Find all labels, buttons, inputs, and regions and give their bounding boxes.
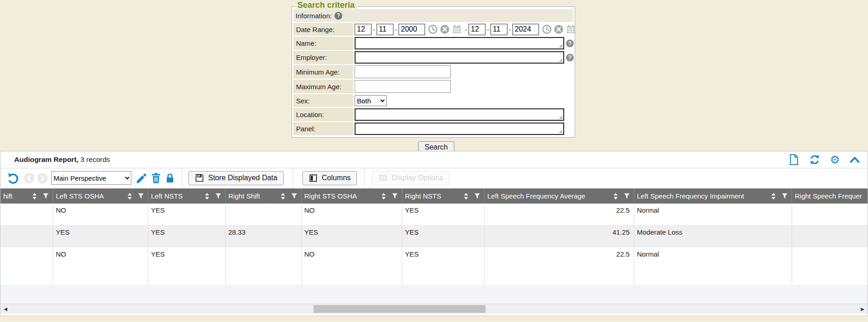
- date-range-row: Date Range: - - - - -: [293, 23, 573, 36]
- filter-icon[interactable]: [138, 193, 144, 199]
- name-row: Name: ?: [293, 37, 573, 50]
- calendar-icon[interactable]: [452, 24, 462, 34]
- column-header-left-nsts[interactable]: Left NSTS: [148, 188, 226, 204]
- refresh-button[interactable]: [809, 154, 821, 166]
- date-from-day-input[interactable]: [377, 24, 394, 35]
- minimum-age-label: Minimum Age:: [293, 65, 353, 79]
- table-empty-area: [0, 284, 868, 304]
- sort-icon[interactable]: [771, 193, 776, 200]
- collapse-panel-button[interactable]: [849, 156, 860, 164]
- name-label: Name:: [293, 37, 353, 50]
- table-header-row: hift Left STS OSHA Left NSTS Right Shift…: [0, 188, 868, 204]
- sex-select[interactable]: Both: [355, 95, 387, 106]
- filter-icon[interactable]: [474, 193, 480, 199]
- information-label: Information:: [296, 12, 332, 20]
- information-row: Information: ?: [293, 9, 573, 22]
- column-header-right-speech-frequency[interactable]: Right Speech Frequer: [792, 188, 868, 204]
- report-toolbar: Main Perspective Store Displayed Data Co…: [0, 168, 868, 188]
- store-displayed-data-button[interactable]: Store Displayed Data: [189, 171, 284, 185]
- maximum-age-label: Maximum Age:: [293, 80, 353, 93]
- filter-icon[interactable]: [43, 193, 49, 199]
- date-from-year-input[interactable]: [399, 24, 425, 35]
- panel-label: Panel:: [293, 122, 353, 135]
- save-icon: [195, 173, 204, 182]
- panel-row: Panel:: [293, 122, 573, 135]
- search-criteria-fieldset: Search criteria Information: ? Date Rang…: [291, 6, 575, 138]
- trash-icon: [151, 172, 161, 184]
- lock-perspective-button[interactable]: [165, 172, 175, 184]
- sort-icon[interactable]: [32, 193, 37, 200]
- column-header-right-sts-osha[interactable]: Right STS OSHA: [302, 188, 402, 204]
- edit-perspective-button[interactable]: [136, 172, 147, 184]
- export-document-button[interactable]: [788, 154, 799, 166]
- filter-icon[interactable]: [782, 193, 788, 199]
- table-row[interactable]: YES YES 28.33 YES YES 41.25 Moderate Los…: [0, 225, 868, 247]
- filter-icon[interactable]: [392, 193, 398, 199]
- time-picker-icon[interactable]: [542, 24, 552, 34]
- filter-icon[interactable]: [624, 193, 630, 199]
- column-header-shift[interactable]: hift: [0, 188, 53, 204]
- column-header-right-nsts[interactable]: Right NSTS: [402, 188, 485, 204]
- column-header-left-speech-frequency-impairment[interactable]: Left Speech Frequency Impairment: [634, 188, 792, 204]
- maximum-age-input[interactable]: [355, 80, 451, 93]
- date-to-month-input[interactable]: [469, 24, 485, 35]
- pencil-icon: [136, 172, 147, 184]
- location-input[interactable]: [355, 108, 564, 121]
- chevron-left-icon: [26, 175, 32, 181]
- next-perspective-button[interactable]: [37, 173, 48, 183]
- panel-input[interactable]: [355, 123, 564, 135]
- employer-help-icon[interactable]: ?: [566, 54, 574, 61]
- filter-icon[interactable]: [291, 193, 297, 199]
- location-label: Location:: [293, 108, 353, 121]
- sort-icon[interactable]: [280, 193, 286, 200]
- previous-perspective-button[interactable]: [24, 173, 34, 183]
- sex-row: Sex: Both: [293, 94, 573, 107]
- document-icon: [788, 154, 799, 166]
- search-criteria-legend: Search criteria: [295, 0, 357, 10]
- clear-date-icon[interactable]: [440, 24, 450, 34]
- delete-perspective-button[interactable]: [151, 172, 161, 184]
- location-row: Location:: [293, 108, 573, 121]
- employer-input[interactable]: [355, 51, 564, 64]
- chevron-up-icon: [849, 156, 860, 164]
- undo-icon: [7, 172, 19, 184]
- minimum-age-input[interactable]: [355, 65, 451, 78]
- date-to-day-input[interactable]: [491, 24, 507, 35]
- filter-icon[interactable]: [215, 193, 221, 199]
- sort-icon[interactable]: [205, 193, 210, 200]
- date-from-month-input[interactable]: [355, 24, 372, 35]
- name-help-icon[interactable]: ?: [566, 39, 574, 47]
- chevron-right-icon: [39, 175, 45, 181]
- perspective-select[interactable]: Main Perspective: [51, 171, 131, 185]
- time-picker-icon[interactable]: [428, 24, 438, 34]
- lock-icon: [165, 172, 175, 184]
- undo-button[interactable]: [7, 172, 19, 184]
- horizontal-scrollbar[interactable]: ◀ ▶: [0, 304, 868, 314]
- column-header-left-speech-frequency-average[interactable]: Left Speech Frequency Average: [485, 188, 634, 204]
- columns-button[interactable]: Columns: [302, 171, 357, 185]
- scrollbar-thumb[interactable]: [313, 305, 485, 313]
- sort-icon[interactable]: [127, 193, 132, 200]
- employer-label: Employer:: [293, 51, 353, 64]
- audiogram-table: hift Left STS OSHA Left NSTS Right Shift…: [0, 188, 868, 314]
- sort-icon[interactable]: [613, 193, 618, 200]
- calendar-icon[interactable]: [566, 24, 576, 34]
- table-row[interactable]: NO YES NO YES 22.5 Normal: [0, 247, 868, 284]
- sort-icon[interactable]: [381, 193, 386, 200]
- name-input[interactable]: [355, 37, 564, 49]
- sort-icon[interactable]: [464, 193, 469, 200]
- scroll-right-arrow[interactable]: ▶: [858, 304, 867, 314]
- sex-label: Sex:: [293, 94, 353, 107]
- table-row[interactable]: NO YES NO YES 22.5 Normal: [0, 204, 868, 225]
- grid-icon: [378, 173, 388, 182]
- clear-date-icon[interactable]: [554, 24, 564, 34]
- information-help-icon[interactable]: ?: [334, 12, 342, 20]
- settings-button[interactable]: ⚙: [830, 154, 840, 166]
- display-options-button: Display Options: [372, 171, 449, 185]
- date-to-year-input[interactable]: [512, 24, 539, 35]
- column-header-left-sts-osha[interactable]: Left STS OSHA: [53, 188, 148, 204]
- report-title: Audiogram Report,: [14, 156, 78, 163]
- scroll-left-arrow[interactable]: ◀: [1, 304, 10, 314]
- maximum-age-row: Maximum Age:: [293, 80, 573, 93]
- column-header-right-shift[interactable]: Right Shift: [226, 188, 302, 204]
